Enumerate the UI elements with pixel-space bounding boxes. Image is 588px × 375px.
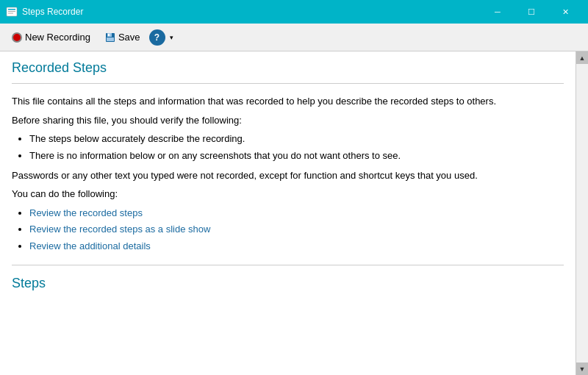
scrollbar: ▲ ▼: [576, 51, 588, 375]
new-recording-label: New Recording: [25, 32, 90, 43]
scroll-up-button[interactable]: ▲: [576, 51, 589, 64]
content-area: Recorded Steps This file contains all th…: [0, 51, 576, 375]
review-details-link[interactable]: Review the additional details: [29, 240, 151, 251]
scroll-track[interactable]: [576, 64, 588, 362]
review-slideshow-link[interactable]: Review the recorded steps as a slide sho…: [29, 224, 210, 235]
action-links-list: Review the recorded steps Review the rec…: [29, 206, 564, 254]
bottom-divider: [12, 265, 564, 265]
password-note: Passwords or any other text you typed we…: [12, 168, 564, 183]
steps-section-heading: Steps: [12, 276, 564, 291]
action-link-item-3: Review the additional details: [29, 239, 564, 254]
new-recording-button[interactable]: New Recording: [6, 27, 96, 48]
app-icon: [6, 6, 18, 18]
verify-list: The steps below accurately describe the …: [29, 132, 564, 164]
help-label: ?: [154, 32, 159, 43]
help-dropdown-arrow[interactable]: ▾: [168, 32, 175, 43]
svg-rect-3: [8, 13, 13, 14]
toolbar: New Recording Save ? ▾: [0, 24, 588, 51]
app-title: Steps Recorder: [22, 7, 83, 17]
top-divider: [12, 83, 564, 84]
verify-item-2: There is no information below or on any …: [29, 149, 564, 164]
save-button[interactable]: Save: [99, 27, 146, 48]
maximize-button[interactable]: ☐: [514, 0, 548, 24]
svg-rect-7: [107, 38, 114, 41]
window-controls: ─ ☐ ✕: [481, 0, 582, 24]
title-bar: Steps Recorder ─ ☐ ✕: [0, 0, 588, 24]
intro-paragraph-1: This file contains all the steps and inf…: [12, 94, 564, 109]
verify-item-1: The steps below accurately describe the …: [29, 132, 564, 147]
close-button[interactable]: ✕: [548, 0, 582, 24]
record-icon: [12, 32, 22, 43]
can-do-label: You can do the following:: [12, 187, 564, 201]
action-link-item-2: Review the recorded steps as a slide sho…: [29, 222, 564, 238]
review-steps-link[interactable]: Review the recorded steps: [29, 207, 143, 218]
intro-paragraph-2: Before sharing this file, you should ver…: [12, 113, 564, 128]
action-link-item-1: Review the recorded steps: [29, 206, 564, 221]
main-content: Recorded Steps This file contains all th…: [0, 51, 588, 375]
recorded-steps-heading: Recorded Steps: [12, 60, 564, 76]
svg-rect-2: [8, 11, 15, 12]
help-button[interactable]: ?: [149, 29, 165, 46]
minimize-button[interactable]: ─: [481, 0, 514, 24]
scroll-down-button[interactable]: ▼: [576, 362, 589, 375]
title-bar-left: Steps Recorder: [6, 6, 83, 18]
save-label: Save: [118, 32, 140, 43]
save-icon: [105, 32, 115, 43]
svg-rect-6: [108, 34, 110, 36]
svg-rect-1: [8, 9, 15, 10]
